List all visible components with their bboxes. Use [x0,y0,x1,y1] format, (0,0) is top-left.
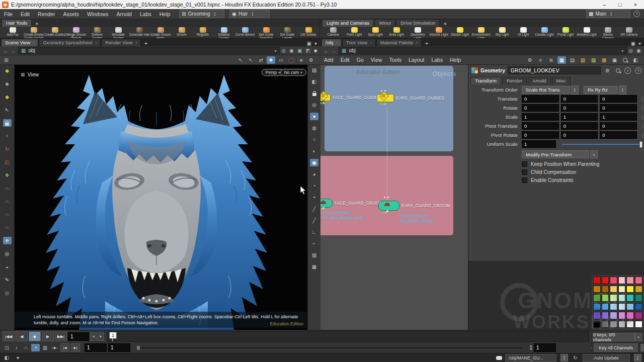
node-flags[interactable] [320,102,325,104]
viewport-thumb-icon[interactable]: ▨ [310,66,318,74]
param-field[interactable]: 1 [600,113,637,121]
palette-swatch[interactable] [602,277,609,284]
uniform-scale-slider[interactable] [562,141,642,147]
shelf-tool-portal-light[interactable]: Portal Light [555,27,576,37]
back-icon-2[interactable]: ← [324,48,329,54]
net-bundle-icon[interactable]: ▣ [610,56,619,64]
palette-swatch[interactable] [635,286,642,293]
stroke-icon[interactable]: ╱ [310,205,318,213]
shelf-tool-switcher[interactable]: Switcher [639,27,644,37]
key-all-channels-button[interactable]: Key All Channels [594,343,638,352]
menu-file[interactable]: File [0,11,17,17]
play-reverse-button[interactable]: ◀ [16,331,28,341]
slider-handle[interactable] [639,141,642,148]
param-field[interactable]: 0 [561,131,598,139]
status-arrow-icon[interactable]: ▾ [14,354,22,361]
tab-misc[interactable]: Misc [552,77,571,84]
snapshot-icon[interactable]: ◧ [310,78,318,85]
transform-order-select[interactable]: Scale Rot Trans [522,86,570,94]
ladder-icon[interactable]: ⋮ [640,133,644,138]
shelf-tool-deform-guides[interactable]: Deform Guides [87,27,108,38]
menu-edit[interactable]: Edit [337,57,353,63]
render-region-icon[interactable]: ◎ [3,250,12,257]
menu-go[interactable]: Go [353,57,367,63]
go-start-button[interactable]: |◀◀ [3,331,15,341]
palette-swatch[interactable] [593,277,601,284]
translate-handle-icon[interactable]: + [3,132,12,140]
render-ring-icon[interactable]: ◯ [287,56,295,64]
palette-swatch[interactable] [626,312,634,319]
shelf-tool-volume-light[interactable]: Volume Light [428,27,449,37]
checkbox-child-compensation[interactable]: Child Compensation [522,168,644,175]
shelf-tool-geometry-light[interactable]: Geometry Light [407,27,428,38]
shelf-tool-reguide[interactable]: Reguide [192,27,213,37]
palette-swatch[interactable] [602,294,609,302]
add-shelf-tab-button-2[interactable]: + [440,21,449,27]
maximize-button[interactable]: □ [613,2,626,8]
palette-swatch[interactable] [593,312,601,319]
material-sphere-icon[interactable]: ◕ [310,170,318,178]
new-pane-tab-button-2[interactable]: + [422,40,431,46]
tab-drive-simulation[interactable]: Drive Simulation [396,19,440,27]
net-color-icon[interactable]: ▧ [579,56,587,64]
palette-swatch[interactable] [610,277,617,284]
net-tree-icon[interactable]: ≡ [536,56,545,64]
range-end-field[interactable]: 1 [108,343,130,352]
point-display-icon[interactable]: • [310,194,318,201]
palette-swatch[interactable] [635,321,642,328]
shelf-tool-distant-light[interactable]: Distant Light [449,27,470,37]
palette-swatch[interactable] [618,277,626,284]
node-name-field[interactable]: GROOM_LOOKDEV [508,66,601,74]
current-frame-field[interactable]: 1 [68,332,89,341]
brush-display-icon[interactable]: ✎ [3,276,12,284]
view-tool-icon[interactable]: ❖ [3,237,12,244]
network-editor[interactable]: Education Edition Objects FACE_GUARD_GUI… [320,65,468,330]
select-geometry-icon[interactable]: ↖ [247,56,255,64]
range-start-field[interactable]: 1 [85,343,107,352]
ladder-icon[interactable]: ⋮ [640,97,644,102]
add-shelf-tab-button[interactable]: + [32,21,41,27]
net-grid-view-icon[interactable]: ▦ [557,56,566,64]
forward-icon[interactable]: → [11,48,16,54]
visualizer-icon[interactable]: ▨ [310,251,318,259]
net-image-icon[interactable]: ◧ [631,56,640,64]
palette-swatch[interactable] [593,294,601,302]
pane-menu-icon[interactable]: ▾ [314,41,317,46]
light-normal-icon[interactable]: ◐ [310,147,318,155]
ladder-icon[interactable]: ⋮ [640,115,644,120]
param-field[interactable]: 1 [522,113,559,121]
tab-menu-icon[interactable]: ▪ [135,41,136,44]
rotate-order-spinner[interactable] [619,85,626,95]
forward-icon-2[interactable]: → [331,48,337,54]
menu-windows[interactable]: Windows [83,11,113,17]
menu-tools[interactable]: Tools [385,57,405,63]
tick-marks-icon[interactable]: ▥ [41,344,49,351]
shelf-tool-groom[interactable]: Groom [171,27,192,37]
guides-network-box[interactable] [325,66,453,151]
paw-tool-icon[interactable]: ∗ [297,56,305,64]
param-field[interactable]: 0 [522,131,559,139]
current-node-select[interactable]: /obj/MANE_GU... [505,354,556,362]
box-select-icon[interactable]: ▭ [277,56,285,64]
shelf-tool-spot-light[interactable]: Spot Light [365,27,386,37]
info-icon[interactable]: i [624,67,631,74]
grooming-desktop-select[interactable]: ⊞ Grooming [179,10,224,18]
net-list-icon[interactable]: ≣ [547,56,555,64]
snapshot-disc-icon[interactable]: ◎ [3,289,12,297]
tab-menu-icon[interactable]: ▪ [417,41,418,44]
tab-wires[interactable]: Wires [374,19,395,27]
checkbox-enable-constraints[interactable]: Enable Constraints [522,176,644,184]
param-field[interactable]: 0 [561,122,598,130]
hq-light-icon[interactable]: ◉ [310,159,318,166]
cube-solid-icon[interactable]: ■ [314,48,317,53]
param-help-icon[interactable]: ? [635,67,641,74]
param-field[interactable]: 0 [561,104,598,112]
shelf-tool-gi-light[interactable]: GI Light [513,27,534,37]
tab-material-palette[interactable]: Material Palette▪ [376,39,422,46]
uniform-scale-field[interactable]: 1 [522,140,556,148]
shelf-tool-caustic-light[interactable]: Caustic Light [534,27,555,37]
ghost-objects-icon[interactable]: ◈ [3,80,12,87]
palette-swatch[interactable] [618,286,626,293]
shelf-tool-initialize-guides[interactable]: Initialize Guides [213,27,234,38]
param-field[interactable]: 0 [600,104,637,112]
